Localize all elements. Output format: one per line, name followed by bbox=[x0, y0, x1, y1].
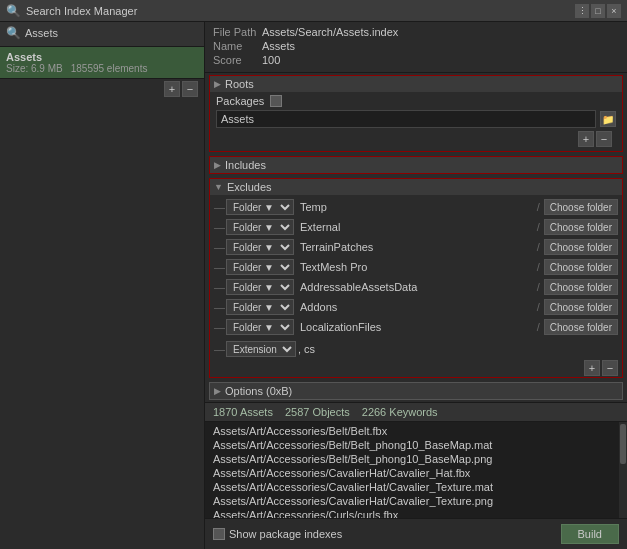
exclude-value-5: Addons bbox=[296, 301, 533, 313]
keywords-stat: 2266 Keywords bbox=[362, 406, 438, 418]
type-dropdown-0[interactable]: Folder ▼ bbox=[226, 199, 294, 215]
extension-type-dropdown[interactable]: Extension bbox=[226, 341, 296, 357]
stats-bar: 1870 Assets 2587 Objects 2266 Keywords bbox=[205, 402, 627, 422]
excludes-header[interactable]: ▼ Excludes bbox=[210, 179, 622, 195]
excludes-title: Excludes bbox=[227, 181, 272, 193]
row-dash: — bbox=[214, 261, 224, 273]
type-dropdown-3[interactable]: Folder ▼ bbox=[226, 259, 294, 275]
roots-content: Packages 📁 + − bbox=[210, 92, 622, 151]
type-dropdown-2[interactable]: Folder ▼ bbox=[226, 239, 294, 255]
roots-footer: + − bbox=[216, 130, 616, 148]
slash-sep: / bbox=[535, 261, 542, 273]
excludes-content: — Folder ▼ Temp / Choose folder — Folder… bbox=[210, 195, 622, 339]
file-item[interactable]: Assets/Art/Accessories/CavalierHat/Caval… bbox=[205, 466, 627, 480]
roots-remove-btn[interactable]: − bbox=[596, 131, 612, 147]
file-item[interactable]: Assets/Art/Accessories/Belt/Belt.fbx bbox=[205, 424, 627, 438]
remove-index-btn[interactable]: − bbox=[182, 81, 198, 97]
file-path-section: File Path Assets/Search/Assets.index Nam… bbox=[205, 22, 627, 73]
row-dash: — bbox=[214, 221, 224, 233]
file-item[interactable]: Assets/Art/Accessories/CavalierHat/Caval… bbox=[205, 480, 627, 494]
row-dash: — bbox=[214, 201, 224, 213]
file-path-value: Assets/Search/Assets.index bbox=[262, 26, 398, 38]
score-value: 100 bbox=[262, 54, 280, 66]
score-label: Score bbox=[213, 54, 258, 66]
excludes-add-btn[interactable]: + bbox=[584, 360, 600, 376]
exclude-value-0: Temp bbox=[296, 201, 533, 213]
exclude-value-6: LocalizationFiles bbox=[296, 321, 533, 333]
more-options-btn[interactable]: ⋮ bbox=[575, 4, 589, 18]
add-index-btn[interactable]: + bbox=[164, 81, 180, 97]
assets-input[interactable] bbox=[216, 110, 596, 128]
show-pkg-checkbox[interactable] bbox=[213, 528, 225, 540]
main-container: 🔍 Assets Assets Size: 6.9 MB 185595 elem… bbox=[0, 22, 627, 549]
scrollbar[interactable] bbox=[619, 422, 627, 518]
file-path-label: File Path bbox=[213, 26, 258, 38]
minimize-btn[interactable]: □ bbox=[591, 4, 605, 18]
exclude-row: — Folder ▼ External / Choose folder bbox=[210, 217, 622, 237]
type-dropdown-5[interactable]: Folder ▼ bbox=[226, 299, 294, 315]
choose-folder-btn-1[interactable]: Choose folder bbox=[544, 219, 618, 235]
choose-folder-btn-2[interactable]: Choose folder bbox=[544, 239, 618, 255]
exclude-value-3: TextMesh Pro bbox=[296, 261, 533, 273]
roots-section: ▶ Roots Packages 📁 + − bbox=[209, 75, 623, 152]
exclude-row: — Folder ▼ TextMesh Pro / Choose folder bbox=[210, 257, 622, 277]
exclude-row: — Folder ▼ Addons / Choose folder bbox=[210, 297, 622, 317]
slash-sep: / bbox=[535, 241, 542, 253]
ext-dash: — bbox=[214, 343, 224, 355]
options-title: Options (0xB) bbox=[225, 385, 292, 397]
assets-folder-btn[interactable]: 📁 bbox=[600, 111, 616, 127]
exclude-row: — Folder ▼ AddressableAssetsData / Choos… bbox=[210, 277, 622, 297]
file-list[interactable]: Assets/Art/Accessories/Belt/Belt.fbxAsse… bbox=[205, 422, 627, 518]
extension-row: — Extension , cs bbox=[210, 339, 622, 359]
exclude-value-4: AddressableAssetsData bbox=[296, 281, 533, 293]
row-dash: — bbox=[214, 241, 224, 253]
slash-sep: / bbox=[535, 301, 542, 313]
file-item[interactable]: Assets/Art/Accessories/CavalierHat/Caval… bbox=[205, 494, 627, 508]
type-dropdown-1[interactable]: Folder ▼ bbox=[226, 219, 294, 235]
asset-elements: 185595 elements bbox=[71, 63, 148, 74]
right-panel: File Path Assets/Search/Assets.index Nam… bbox=[205, 22, 627, 549]
exclude-row: — Folder ▼ LocalizationFiles / Choose fo… bbox=[210, 317, 622, 337]
type-dropdown-6[interactable]: Folder ▼ bbox=[226, 319, 294, 335]
choose-folder-btn-6[interactable]: Choose folder bbox=[544, 319, 618, 335]
scrollbar-thumb[interactable] bbox=[620, 424, 626, 464]
includes-toggle-icon: ▶ bbox=[214, 160, 221, 170]
packages-row: Packages bbox=[216, 95, 616, 107]
index-label: Assets bbox=[25, 27, 58, 39]
packages-label: Packages bbox=[216, 95, 264, 107]
index-entry[interactable]: Assets Size: 6.9 MB 185595 elements bbox=[0, 47, 204, 79]
packages-checkbox[interactable] bbox=[270, 95, 282, 107]
extension-value: , cs bbox=[298, 343, 315, 355]
search-icon: 🔍 bbox=[6, 4, 20, 18]
close-btn[interactable]: × bbox=[607, 4, 621, 18]
slash-sep: / bbox=[535, 201, 542, 213]
choose-folder-btn-0[interactable]: Choose folder bbox=[544, 199, 618, 215]
name-label: Name bbox=[213, 40, 258, 52]
options-header[interactable]: ▶ Options (0xB) bbox=[210, 383, 622, 399]
roots-header[interactable]: ▶ Roots bbox=[210, 76, 622, 92]
build-button[interactable]: Build bbox=[561, 524, 619, 544]
slash-sep: / bbox=[535, 281, 542, 293]
row-dash: — bbox=[214, 281, 224, 293]
type-dropdown-4[interactable]: Folder ▼ bbox=[226, 279, 294, 295]
choose-folder-btn-5[interactable]: Choose folder bbox=[544, 299, 618, 315]
file-item[interactable]: Assets/Art/Accessories/Belt/Belt_phong10… bbox=[205, 438, 627, 452]
assets-stat: 1870 Assets bbox=[213, 406, 273, 418]
slash-sep: / bbox=[535, 221, 542, 233]
bottom-bar: Show package indexes Build bbox=[205, 518, 627, 549]
choose-folder-btn-4[interactable]: Choose folder bbox=[544, 279, 618, 295]
exclude-value-2: TerrainPatches bbox=[296, 241, 533, 253]
excludes-remove-btn[interactable]: − bbox=[602, 360, 618, 376]
name-value: Assets bbox=[262, 40, 295, 52]
exclude-value-1: External bbox=[296, 221, 533, 233]
exclude-row: — Folder ▼ TerrainPatches / Choose folde… bbox=[210, 237, 622, 257]
window-controls: ⋮ □ × bbox=[575, 4, 621, 18]
roots-add-btn[interactable]: + bbox=[578, 131, 594, 147]
roots-toggle-icon: ▶ bbox=[214, 79, 221, 89]
roots-title: Roots bbox=[225, 78, 254, 90]
includes-header[interactable]: ▶ Includes bbox=[210, 157, 622, 173]
includes-title: Includes bbox=[225, 159, 266, 171]
file-item[interactable]: Assets/Art/Accessories/Curls/curls.fbx bbox=[205, 508, 627, 518]
choose-folder-btn-3[interactable]: Choose folder bbox=[544, 259, 618, 275]
file-item[interactable]: Assets/Art/Accessories/Belt/Belt_phong10… bbox=[205, 452, 627, 466]
